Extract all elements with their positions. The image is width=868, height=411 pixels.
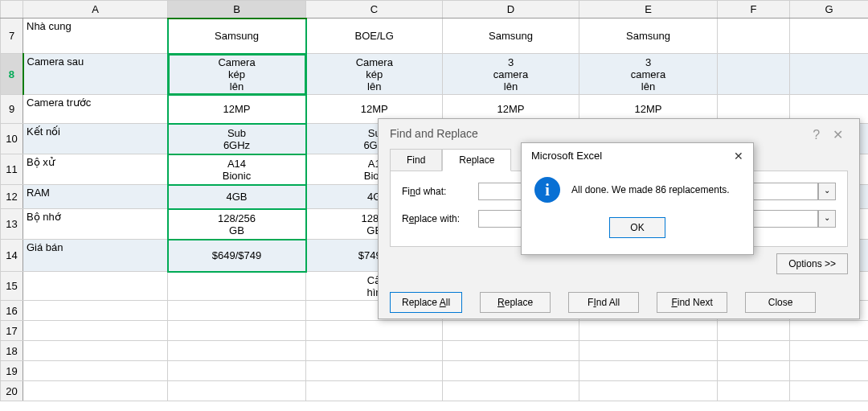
cell-e19[interactable] (579, 361, 718, 381)
cell-e7[interactable]: Samsung (579, 18, 718, 54)
col-header-b[interactable]: B (168, 1, 306, 18)
find-what-label: Find what: (402, 186, 478, 197)
find-next-button[interactable]: Find Next (657, 292, 727, 313)
row-header-14[interactable]: 14 (1, 240, 23, 272)
col-header-g[interactable]: G (790, 1, 869, 18)
cell-e8[interactable]: 3cameralên (579, 54, 718, 95)
replace-all-button[interactable]: Replace All (390, 292, 462, 313)
help-icon[interactable]: ? (808, 128, 825, 142)
find-all-button[interactable]: FInd All (568, 292, 639, 313)
cell-c20[interactable] (306, 381, 443, 401)
cell-a9[interactable]: Camera trước (23, 95, 168, 124)
cell-b16[interactable] (168, 301, 306, 321)
cell-b8[interactable]: Camera képlên (168, 54, 306, 95)
cell-a17[interactable] (23, 321, 168, 341)
cell-a8[interactable]: Camera sau (23, 54, 168, 95)
cell-f18[interactable] (718, 341, 790, 361)
col-header-f[interactable]: F (718, 1, 790, 18)
cell-c17[interactable] (306, 321, 443, 341)
cell-g20[interactable] (790, 381, 869, 401)
cell-b18[interactable] (168, 341, 306, 361)
info-icon: i (534, 177, 560, 203)
replace-dropdown-icon[interactable]: ⌄ (818, 210, 836, 228)
cell-g19[interactable] (790, 361, 869, 381)
cell-b19[interactable] (168, 361, 306, 381)
cell-g7[interactable] (790, 18, 869, 54)
message-dialog: Microsoft Excel ✕ i All done. We made 86… (521, 142, 754, 255)
row-header-15[interactable]: 15 (1, 272, 23, 301)
col-header-c[interactable]: C (306, 1, 443, 18)
row-header-8[interactable]: 8 (1, 54, 23, 95)
row-header-11[interactable]: 11 (1, 154, 23, 185)
find-dropdown-icon[interactable]: ⌄ (818, 183, 836, 200)
message-text: All done. We made 86 replacements. (571, 184, 730, 195)
row-header-18[interactable]: 18 (1, 341, 23, 361)
select-all-corner[interactable] (1, 1, 23, 18)
cell-d20[interactable] (443, 381, 579, 401)
cell-f8[interactable] (718, 54, 790, 95)
row-header-7[interactable]: 7 (1, 18, 23, 54)
options-button[interactable]: Options >> (776, 253, 848, 274)
cell-d8[interactable]: 3cameralên (443, 54, 579, 95)
cell-d18[interactable] (443, 341, 579, 361)
cell-a18[interactable] (23, 341, 168, 361)
replace-with-label: Replace with: (402, 213, 478, 224)
close-icon[interactable]: ✕ (828, 128, 848, 142)
cell-d19[interactable] (443, 361, 579, 381)
cell-f19[interactable] (718, 361, 790, 381)
row-header-17[interactable]: 17 (1, 321, 23, 341)
cell-a19[interactable] (23, 361, 168, 381)
cell-e20[interactable] (579, 381, 718, 401)
row-header-20[interactable]: 20 (1, 381, 23, 401)
row-header-16[interactable]: 16 (1, 301, 23, 321)
tab-find[interactable]: Find (390, 149, 442, 171)
cell-d17[interactable] (443, 321, 579, 341)
cell-f7[interactable] (718, 18, 790, 54)
row-header-9[interactable]: 9 (1, 95, 23, 124)
cell-b20[interactable] (168, 381, 306, 401)
close-button[interactable]: Close (745, 292, 816, 313)
cell-g8[interactable] (790, 54, 869, 95)
col-header-e[interactable]: E (579, 1, 718, 18)
row-header-19[interactable]: 19 (1, 361, 23, 381)
replace-button[interactable]: Replace (480, 292, 551, 313)
cell-e17[interactable] (579, 321, 718, 341)
cell-c7[interactable]: BOE/LG (306, 18, 443, 54)
message-close-icon[interactable]: ✕ (734, 150, 743, 162)
row-header-12[interactable]: 12 (1, 185, 23, 209)
cell-b10[interactable]: Sub6GHz (168, 124, 306, 154)
cell-a7[interactable]: Nhà cung (23, 18, 168, 54)
row-header-10[interactable]: 10 (1, 124, 23, 154)
cell-a20[interactable] (23, 381, 168, 401)
cell-f20[interactable] (718, 381, 790, 401)
cell-b11[interactable]: A14Bionic (168, 154, 306, 185)
tab-replace[interactable]: Replace (442, 149, 511, 171)
cell-a13[interactable]: Bộ nhớ (23, 209, 168, 240)
cell-f17[interactable] (718, 321, 790, 341)
cell-a11[interactable]: Bộ xử (23, 154, 168, 185)
cell-a15[interactable] (23, 272, 168, 301)
cell-c19[interactable] (306, 361, 443, 381)
cell-a12[interactable]: RAM (23, 185, 168, 209)
ok-button[interactable]: OK (609, 217, 665, 238)
cell-c8[interactable]: Camera képlên (306, 54, 443, 95)
row-header-13[interactable]: 13 (1, 209, 23, 240)
message-title: Microsoft Excel (531, 150, 602, 162)
col-header-d[interactable]: D (443, 1, 579, 18)
cell-d7[interactable]: Samsung (443, 18, 579, 54)
cell-a14[interactable]: Giá bán (23, 240, 168, 272)
cell-b13[interactable]: 128/256GB (168, 209, 306, 240)
cell-b14[interactable]: $649/$749 (168, 240, 306, 272)
cell-c18[interactable] (306, 341, 443, 361)
cell-g17[interactable] (790, 321, 869, 341)
cell-b12[interactable]: 4GB (168, 185, 306, 209)
col-header-a[interactable]: A (23, 1, 168, 18)
cell-e18[interactable] (579, 341, 718, 361)
cell-g18[interactable] (790, 341, 869, 361)
cell-b9[interactable]: 12MP (168, 95, 306, 124)
cell-a10[interactable]: Kết nối (23, 124, 168, 154)
cell-b15[interactable] (168, 272, 306, 301)
cell-b17[interactable] (168, 321, 306, 341)
cell-a16[interactable] (23, 301, 168, 321)
cell-b7[interactable]: Samsung (168, 18, 306, 54)
